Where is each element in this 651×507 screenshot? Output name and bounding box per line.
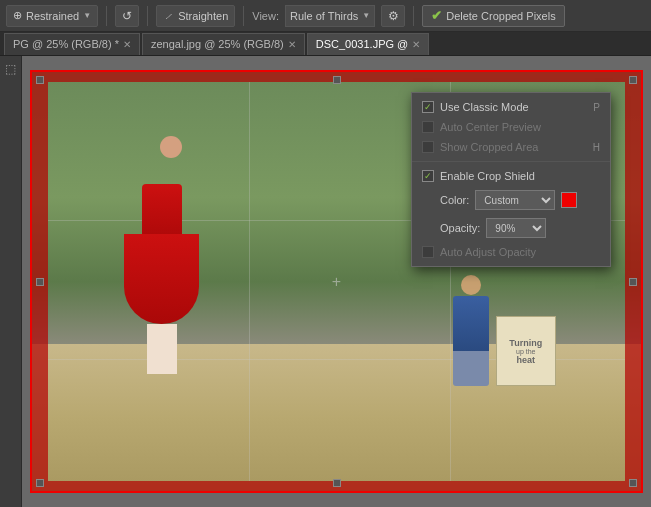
figure-blue-seated — [453, 275, 489, 386]
color-select[interactable]: Custom Black White — [475, 190, 555, 210]
opacity-select[interactable]: 90% 75% 50% 25% — [486, 218, 546, 238]
crop-handle-middle-left[interactable] — [36, 278, 44, 286]
crop-handle-bottom-right[interactable] — [629, 479, 637, 487]
tab-0-close-icon[interactable]: ✕ — [123, 39, 131, 50]
crosshair-icon: + — [332, 273, 341, 291]
book-stand: Turning up the heat — [496, 316, 556, 386]
auto-center-preview-item[interactable]: Auto Center Preview — [412, 117, 610, 137]
delete-check-icon: ✔ — [431, 8, 442, 23]
view-selector[interactable]: Rule of Thirds ▼ — [285, 5, 375, 27]
left-toolbar: ⬚ — [0, 56, 22, 507]
opacity-label: Opacity: — [440, 222, 480, 234]
straighten-label: Straighten — [178, 10, 228, 22]
tab-2-label: DSC_0031.JPG @ — [316, 38, 409, 50]
use-classic-mode-shortcut: P — [593, 102, 600, 113]
show-cropped-area-shortcut: H — [593, 142, 600, 153]
delete-label: Delete Cropped Pixels — [446, 10, 555, 22]
view-chevron-icon: ▼ — [362, 11, 370, 20]
mode-label: Restrained — [26, 10, 79, 22]
tabs-bar: PG @ 25% (RGB/8) * ✕ zengal.jpg @ 25% (R… — [0, 32, 651, 56]
main-area: ⬚ — [0, 56, 651, 507]
crop-handle-top-middle[interactable] — [333, 76, 341, 84]
sep3 — [243, 6, 244, 26]
sep1 — [106, 6, 107, 26]
view-label: View: — [252, 10, 279, 22]
opacity-row: Opacity: 90% 75% 50% 25% — [412, 214, 610, 242]
settings-icon: ⚙ — [388, 9, 399, 23]
mode-selector[interactable]: ⊕ Restrained ▼ — [6, 5, 98, 27]
crop-handle-top-right[interactable] — [629, 76, 637, 84]
crop-handle-middle-right[interactable] — [629, 278, 637, 286]
sep4 — [413, 6, 414, 26]
color-swatch[interactable] — [561, 192, 577, 208]
tab-1[interactable]: zengal.jpg @ 25% (RGB/8) ✕ — [142, 33, 305, 55]
auto-adjust-opacity-item[interactable]: Auto Adjust Opacity — [412, 242, 610, 262]
figure-red-dress — [142, 161, 199, 374]
dropdown-menu: Use Classic Mode P Auto Center Preview S… — [411, 92, 611, 267]
enable-crop-shield-label: Enable Crop Shield — [440, 170, 535, 182]
enable-crop-shield-item[interactable]: Enable Crop Shield — [412, 166, 610, 186]
color-label: Color: — [440, 194, 469, 206]
straighten-icon: ⟋ — [163, 10, 174, 22]
menu-separator-1 — [412, 161, 610, 162]
use-classic-mode-label: Use Classic Mode — [440, 101, 529, 113]
refresh-icon: ↺ — [122, 9, 132, 23]
tab-0[interactable]: PG @ 25% (RGB/8) * ✕ — [4, 33, 140, 55]
tab-0-label: PG @ 25% (RGB/8) * — [13, 38, 119, 50]
crop-handle-bottom-left[interactable] — [36, 479, 44, 487]
tab-1-label: zengal.jpg @ 25% (RGB/8) — [151, 38, 284, 50]
tab-2-close-icon[interactable]: ✕ — [412, 39, 420, 50]
canvas-area[interactable]: + Turning — [22, 56, 651, 507]
main-toolbar: ⊕ Restrained ▼ ↺ ⟋ Straighten View: Rule… — [0, 0, 651, 32]
crop-handle-top-left[interactable] — [36, 76, 44, 84]
show-cropped-area-label: Show Cropped Area — [440, 141, 538, 153]
crop-handle-bottom-middle[interactable] — [333, 479, 341, 487]
tab-1-close-icon[interactable]: ✕ — [288, 39, 296, 50]
view-value: Rule of Thirds — [290, 10, 358, 22]
straighten-button[interactable]: ⟋ Straighten — [156, 5, 235, 27]
auto-adjust-opacity-checkbox[interactable] — [422, 246, 434, 258]
show-cropped-area-checkbox[interactable] — [422, 141, 434, 153]
mode-icon: ⊕ — [13, 9, 22, 22]
use-classic-mode-checkbox[interactable] — [422, 101, 434, 113]
delete-cropped-pixels-button[interactable]: ✔ Delete Cropped Pixels — [422, 5, 564, 27]
auto-center-preview-label: Auto Center Preview — [440, 121, 541, 133]
tab-2[interactable]: DSC_0031.JPG @ ✕ — [307, 33, 430, 55]
auto-center-preview-checkbox[interactable] — [422, 121, 434, 133]
settings-button[interactable]: ⚙ — [381, 5, 405, 27]
sep2 — [147, 6, 148, 26]
refresh-button[interactable]: ↺ — [115, 5, 139, 27]
color-row: Color: Custom Black White — [412, 186, 610, 214]
crop-tool-icon[interactable]: ⬚ — [2, 60, 20, 78]
enable-crop-shield-checkbox[interactable] — [422, 170, 434, 182]
mode-chevron-icon: ▼ — [83, 11, 91, 20]
auto-adjust-opacity-label: Auto Adjust Opacity — [440, 246, 536, 258]
show-cropped-area-item[interactable]: Show Cropped Area H — [412, 137, 610, 157]
use-classic-mode-item[interactable]: Use Classic Mode P — [412, 97, 610, 117]
grid-line-vertical-1 — [249, 82, 250, 481]
